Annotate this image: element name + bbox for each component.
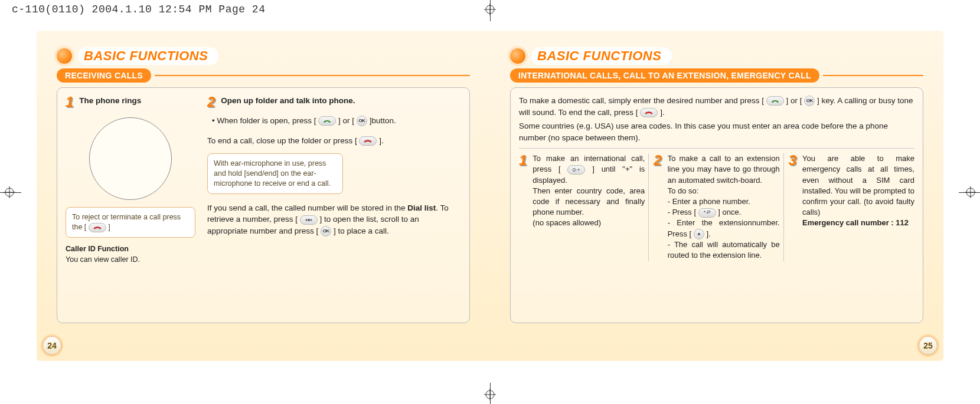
- svg-point-12: [308, 219, 310, 221]
- step-number: 1: [519, 153, 527, 167]
- open-text-c: ]button.: [370, 116, 396, 125]
- r-step1-block: To make an international call, press [ 0…: [533, 153, 645, 228]
- page-number: 24: [43, 336, 61, 355]
- ear-microphone-note: With ear-microphone in use, press and ho…: [207, 153, 343, 194]
- basic-functions-header: BASIC FUNCTIONS: [57, 47, 470, 65]
- nav-key-icon: [300, 215, 318, 225]
- r-step2-d-a: - Press [: [668, 208, 698, 216]
- section-title: RECEIVING CALLS: [57, 68, 151, 83]
- registration-mark-icon: [484, 4, 496, 15]
- print-header: c-110(0110) 2004.1.10 12:54 PM Page 24: [12, 4, 265, 15]
- intro-d: ].: [660, 108, 665, 117]
- intro2: Some countries (e.g. USA) use area codes…: [519, 120, 914, 143]
- divider: [519, 148, 914, 149]
- content-box: To make a domestic call, simply enter th…: [510, 87, 923, 323]
- r-step3-block: You are able to make emergency calls at …: [802, 153, 914, 228]
- r-step2-e2: ].: [706, 229, 710, 238]
- ok-key-icon: OK: [804, 96, 815, 106]
- r-step2-d-b: ] once.: [718, 208, 741, 216]
- caller-id-title: Caller ID Function: [66, 244, 195, 254]
- page-spread: BASIC FUNCTIONS RECEIVING CALLS 1 The ph…: [37, 31, 943, 361]
- r-step2-block: To make a call to an extension line you …: [668, 153, 780, 261]
- section-title: INTERNATIONAL CALLS, CALL TO AN EXTENSIO…: [510, 68, 819, 83]
- reject-note-text-b: ]: [108, 223, 110, 231]
- basic-functions-title: BASIC FUNCTIONS: [78, 47, 218, 65]
- dial-text-d: ] to place a call.: [334, 226, 389, 235]
- r-step1-d: (no spaces allowed): [533, 218, 601, 227]
- section-bar: RECEIVING CALLS: [57, 68, 470, 83]
- r-step2-e: - Enter the extensionnumber. Press [: [668, 218, 780, 238]
- open-text-b: ] or [: [338, 116, 357, 125]
- star-p-key-icon: *·P: [698, 208, 716, 218]
- dial-list-bold: Dial list: [407, 203, 436, 212]
- r-step2-b: To do so:: [668, 186, 699, 195]
- r-step3-b: Emergency call number : 112: [802, 218, 909, 227]
- content-box: 1 The phone rings To reject or terminate…: [57, 87, 470, 323]
- r-step2-a: To make a call to an extension line you …: [668, 154, 780, 184]
- end-key-icon: [89, 223, 106, 232]
- phone-illustration-placeholder: [89, 117, 172, 200]
- zero-plus-key-icon: 0·+: [567, 165, 585, 175]
- send-key-icon: [766, 96, 784, 106]
- ok-key-icon: [694, 229, 704, 239]
- r-step2-c: - Enter a phone number.: [668, 197, 750, 206]
- step-number: 2: [654, 153, 661, 167]
- step-number: 3: [789, 153, 796, 167]
- intro-a: To make a domestic call, simply enter th…: [519, 96, 766, 105]
- section-underline: [155, 75, 470, 76]
- page-left: BASIC FUNCTIONS RECEIVING CALLS 1 The ph…: [37, 31, 490, 361]
- registration-mark-icon: [965, 186, 976, 198]
- r-step3-a: You are able to make emergency calls at …: [802, 154, 914, 216]
- page-number: 25: [919, 336, 937, 355]
- caller-id-block: Caller ID Function You can view caller I…: [66, 244, 195, 265]
- intro-paragraph: To make a domestic call, simply enter th…: [519, 95, 914, 143]
- registration-mark-icon: [484, 389, 496, 400]
- step2-title: Open up folder and talk into phone.: [221, 95, 461, 107]
- r-step2-f: - The call will automatically be routed …: [668, 240, 780, 260]
- registration-mark-icon: [4, 186, 15, 198]
- basic-functions-title: BASIC FUNCTIONS: [531, 47, 672, 65]
- basic-functions-header: BASIC FUNCTIONS: [510, 47, 923, 65]
- step-number: 2: [207, 95, 215, 109]
- send-key-icon: [318, 116, 336, 126]
- header-bullet-icon: [57, 48, 72, 64]
- ok-key-icon: OK: [321, 226, 331, 237]
- dial-text-a: If you send a call, the called number wi…: [207, 203, 407, 212]
- r-step1-c: Then enter country code, area code if ne…: [533, 186, 645, 216]
- step-number: 1: [66, 95, 73, 109]
- intro-b: ] or [: [786, 96, 804, 105]
- caller-id-text: You can view caller ID.: [66, 254, 195, 265]
- open-text-a: When folder is open, press [: [217, 116, 319, 125]
- end-text-a: To end a call, close up the folder or pr…: [207, 136, 359, 145]
- end-key-icon: [359, 136, 377, 146]
- section-bar: INTERNATIONAL CALLS, CALL TO AN EXTENSIO…: [510, 68, 923, 83]
- header-bullet-icon: [510, 48, 525, 64]
- section-underline: [823, 75, 923, 76]
- step1-title: The phone rings: [79, 95, 195, 107]
- reject-note: To reject or terminate a call press the …: [66, 207, 195, 238]
- ok-key-icon: OK: [357, 116, 367, 126]
- page-right: BASIC FUNCTIONS INTERNATIONAL CALLS, CAL…: [490, 31, 943, 361]
- svg-point-13: [698, 233, 700, 235]
- end-key-icon: [640, 108, 658, 117]
- end-text-b: ].: [379, 136, 384, 145]
- dial-list-paragraph: If you send a call, the called number wi…: [207, 202, 461, 237]
